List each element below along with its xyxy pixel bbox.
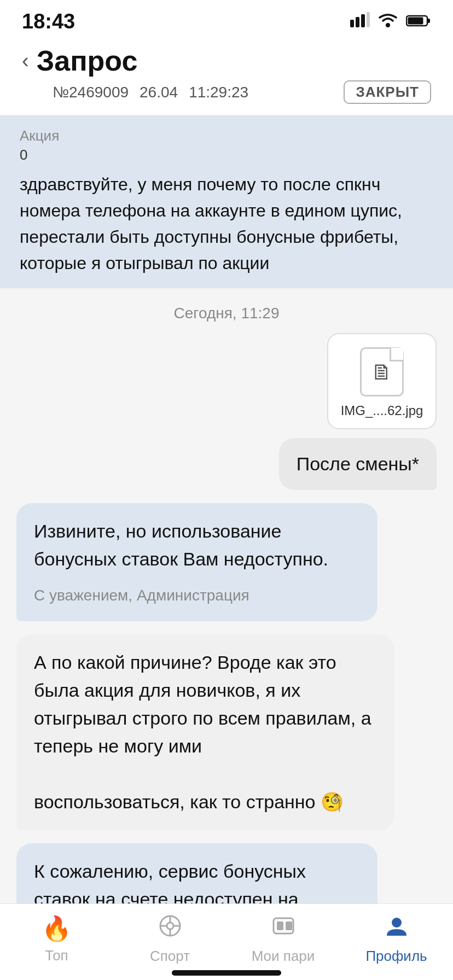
file-bubble[interactable]: 🗎 IMG_....62.jpg (327, 333, 437, 429)
bottom-nav: 🔥 Топ Спорт Мои пари (0, 903, 453, 980)
request-time: 11:29:23 (189, 84, 248, 101)
status-bar: 18:43 (0, 0, 453, 39)
status-icons (350, 12, 431, 31)
status-time: 18:43 (22, 10, 75, 33)
chat-timestamp: Сегодня, 11:29 (0, 288, 453, 333)
status-badge: ЗАКРЫТ (344, 80, 431, 104)
page-title: Запрос (37, 44, 138, 77)
request-date: 26.04 (140, 84, 178, 101)
svg-rect-1 (356, 17, 359, 27)
svg-rect-0 (350, 20, 354, 27)
bubble-outgoing: После смены* (279, 438, 437, 490)
msg-label: Акция (20, 127, 433, 144)
svg-point-9 (167, 923, 173, 929)
home-indicator (172, 970, 281, 976)
svg-rect-15 (277, 921, 283, 930)
nav-label-sport: Спорт (150, 948, 190, 965)
file-message: 🗎 IMG_....62.jpg (0, 333, 453, 438)
msg-text-top: здравствуйте, у меня почему то после спк… (20, 171, 433, 276)
msg-label-num: 0 (20, 147, 433, 164)
svg-rect-7 (408, 17, 423, 24)
header-meta: №2469009 26.04 11:29:23 ЗАКРЫТ (22, 80, 431, 104)
request-number: №2469009 (53, 84, 129, 101)
chat-area: Акция 0 здравствуйте, у меня почему то п… (0, 115, 453, 980)
svg-rect-2 (361, 14, 365, 27)
svg-rect-3 (367, 12, 370, 27)
svg-rect-6 (427, 19, 430, 23)
file-icon-wrap: 🗎 (360, 347, 404, 396)
message-incoming-1: Извините, но использование бонусных став… (0, 503, 453, 634)
svg-point-4 (386, 23, 390, 27)
nav-item-sport[interactable]: Спорт (129, 914, 211, 965)
wifi-icon (378, 12, 398, 31)
sport-icon (158, 914, 182, 943)
nav-label-bets: Мои пари (252, 948, 315, 965)
message-outgoing-text: После смены* (0, 438, 453, 503)
admin-signature-1: С уважением, Администрация (34, 584, 360, 607)
bubble-incoming-1: Извините, но использование бонусных став… (16, 503, 378, 621)
profile-icon (385, 914, 409, 943)
svg-point-17 (392, 918, 402, 928)
nav-item-profile[interactable]: Профиль (356, 914, 438, 965)
bubble-user-reply: А по какой причине? Вроде как это была а… (16, 634, 394, 830)
bets-icon (271, 914, 295, 943)
file-doc-icon: 🗎 (371, 360, 393, 384)
incoming-text-1: Извините, но использование бонусных став… (34, 521, 328, 569)
svg-rect-16 (286, 921, 292, 930)
user-reply-text: А по какой причине? Вроде как это была а… (34, 652, 371, 812)
battery-icon (406, 13, 431, 31)
nav-label-profile: Профиль (365, 948, 427, 965)
back-button[interactable]: ‹ (22, 50, 29, 71)
signal-icon (350, 12, 370, 31)
header: ‹ Запрос №2469009 26.04 11:29:23 ЗАКРЫТ (0, 39, 453, 115)
flame-icon: 🔥 (42, 914, 72, 943)
message-incoming-top: Акция 0 здравствуйте, у меня почему то п… (0, 115, 453, 288)
file-name: IMG_....62.jpg (341, 403, 423, 418)
nav-item-bets[interactable]: Мои пари (242, 914, 324, 965)
nav-item-top[interactable]: 🔥 Топ (16, 914, 98, 964)
nav-label-top: Топ (45, 947, 68, 964)
message-user-reply: А по какой причине? Вроде как это была а… (0, 634, 453, 843)
